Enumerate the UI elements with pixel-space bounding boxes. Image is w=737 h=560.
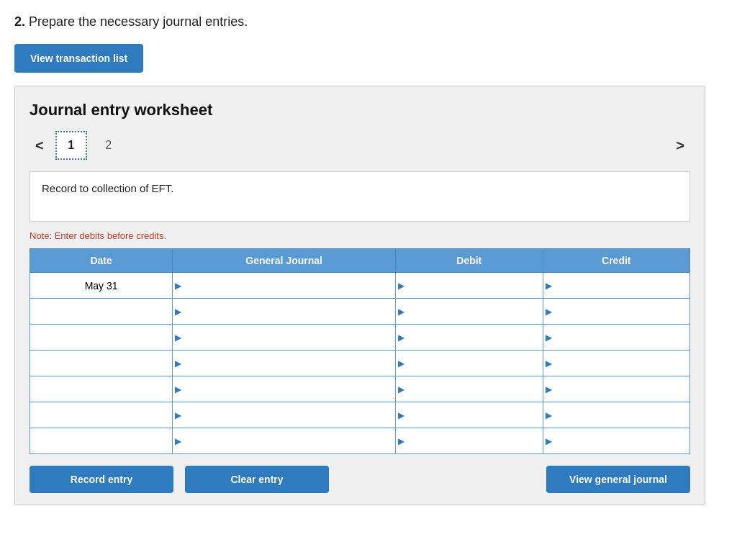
description-text: Record to collection of EFT. bbox=[42, 182, 173, 194]
credit-cell-6[interactable]: ▶ bbox=[543, 428, 689, 454]
description-box: Record to collection of EFT. bbox=[30, 171, 690, 222]
credit-input-2[interactable] bbox=[546, 325, 687, 350]
table-row: ▶▶▶ bbox=[30, 376, 690, 402]
journal-arrow-icon-3: ▶ bbox=[175, 358, 181, 369]
table-row: ▶▶▶ bbox=[30, 351, 690, 376]
journal-input-1[interactable] bbox=[176, 299, 392, 324]
date-cell-6[interactable] bbox=[30, 428, 173, 454]
debit-input-6[interactable] bbox=[399, 428, 539, 453]
debit-arrow-icon-4: ▶ bbox=[398, 384, 404, 394]
date-cell-0[interactable] bbox=[30, 273, 173, 299]
credit-input-6[interactable] bbox=[546, 428, 687, 453]
journal-cell-4[interactable]: ▶ bbox=[173, 376, 396, 402]
journal-arrow-icon-6: ▶ bbox=[175, 436, 181, 446]
debit-cell-1[interactable]: ▶ bbox=[396, 299, 543, 325]
journal-arrow-icon-5: ▶ bbox=[175, 410, 181, 420]
date-input-0[interactable] bbox=[33, 273, 169, 298]
date-input-4[interactable] bbox=[33, 376, 169, 402]
credit-input-1[interactable] bbox=[546, 299, 687, 324]
page-heading: 2. Prepare the necessary journal entries… bbox=[14, 14, 723, 30]
debit-cell-2[interactable]: ▶ bbox=[396, 325, 543, 351]
col-header-general-journal: General Journal bbox=[173, 249, 396, 273]
debit-cell-5[interactable]: ▶ bbox=[396, 402, 543, 428]
col-header-credit: Credit bbox=[543, 249, 689, 273]
col-header-debit: Debit bbox=[396, 249, 543, 273]
credit-input-0[interactable] bbox=[546, 273, 687, 298]
debit-input-3[interactable] bbox=[399, 351, 539, 376]
date-cell-1[interactable] bbox=[30, 299, 173, 325]
credit-arrow-icon-1: ▶ bbox=[546, 307, 552, 317]
date-input-1[interactable] bbox=[33, 299, 169, 324]
heading-number: 2. bbox=[14, 14, 25, 29]
journal-input-5[interactable] bbox=[176, 402, 392, 428]
journal-cell-6[interactable]: ▶ bbox=[173, 428, 396, 454]
credit-arrow-icon-0: ▶ bbox=[546, 281, 552, 291]
prev-tab-button[interactable]: < bbox=[30, 135, 50, 157]
journal-cell-5[interactable]: ▶ bbox=[173, 402, 396, 428]
date-input-6[interactable] bbox=[33, 428, 169, 453]
journal-input-2[interactable] bbox=[176, 325, 392, 350]
heading-text: Prepare the necessary journal entries. bbox=[29, 14, 248, 29]
debit-input-4[interactable] bbox=[399, 376, 539, 402]
date-input-3[interactable] bbox=[33, 351, 169, 376]
credit-input-5[interactable] bbox=[546, 402, 687, 428]
debit-cell-6[interactable]: ▶ bbox=[396, 428, 543, 454]
debit-input-0[interactable] bbox=[399, 273, 539, 298]
journal-cell-3[interactable]: ▶ bbox=[173, 351, 396, 376]
record-entry-button[interactable]: Record entry bbox=[30, 466, 173, 493]
table-row: ▶▶▶ bbox=[30, 273, 690, 299]
view-general-journal-button[interactable]: View general journal bbox=[546, 466, 690, 493]
journal-cell-1[interactable]: ▶ bbox=[173, 299, 396, 325]
debit-arrow-icon-3: ▶ bbox=[398, 358, 404, 369]
credit-input-3[interactable] bbox=[546, 351, 687, 376]
credit-arrow-icon-5: ▶ bbox=[546, 410, 552, 420]
view-transaction-button[interactable]: View transaction list bbox=[14, 44, 143, 73]
debit-input-5[interactable] bbox=[399, 402, 539, 428]
credit-cell-4[interactable]: ▶ bbox=[543, 376, 689, 402]
date-cell-3[interactable] bbox=[30, 351, 173, 376]
tab-navigation: < 1 2 > bbox=[30, 131, 690, 160]
credit-cell-5[interactable]: ▶ bbox=[543, 402, 689, 428]
credit-cell-2[interactable]: ▶ bbox=[543, 325, 689, 351]
debit-arrow-icon-6: ▶ bbox=[398, 436, 404, 446]
date-input-2[interactable] bbox=[33, 325, 169, 350]
next-tab-button[interactable]: > bbox=[670, 135, 690, 157]
table-row: ▶▶▶ bbox=[30, 402, 690, 428]
date-input-5[interactable] bbox=[33, 402, 169, 428]
debit-arrow-icon-0: ▶ bbox=[398, 281, 404, 291]
debit-cell-3[interactable]: ▶ bbox=[396, 351, 543, 376]
bottom-buttons: Record entry Clear entry View general jo… bbox=[30, 454, 690, 505]
credit-cell-3[interactable]: ▶ bbox=[543, 351, 689, 376]
date-cell-4[interactable] bbox=[30, 376, 173, 402]
debit-cell-0[interactable]: ▶ bbox=[396, 273, 543, 299]
credit-cell-1[interactable]: ▶ bbox=[543, 299, 689, 325]
journal-cell-0[interactable]: ▶ bbox=[173, 273, 396, 299]
credit-arrow-icon-4: ▶ bbox=[546, 384, 552, 394]
journal-input-0[interactable] bbox=[176, 273, 392, 298]
worksheet-title: Journal entry worksheet bbox=[30, 101, 690, 119]
credit-input-4[interactable] bbox=[546, 376, 687, 402]
journal-input-6[interactable] bbox=[176, 428, 392, 453]
table-row: ▶▶▶ bbox=[30, 428, 690, 454]
debit-cell-4[interactable]: ▶ bbox=[396, 376, 543, 402]
debit-input-1[interactable] bbox=[399, 299, 539, 324]
journal-arrow-icon-4: ▶ bbox=[175, 384, 181, 394]
note-text: Note: Enter debits before credits. bbox=[30, 230, 690, 241]
clear-entry-button[interactable]: Clear entry bbox=[185, 466, 329, 493]
tab-1[interactable]: 1 bbox=[55, 131, 87, 160]
credit-arrow-icon-6: ▶ bbox=[546, 436, 552, 446]
journal-table: Date General Journal Debit Credit ▶▶▶▶▶▶… bbox=[30, 248, 690, 454]
credit-cell-0[interactable]: ▶ bbox=[543, 273, 689, 299]
journal-cell-2[interactable]: ▶ bbox=[173, 325, 396, 351]
debit-arrow-icon-5: ▶ bbox=[398, 410, 404, 420]
tab-2[interactable]: 2 bbox=[93, 131, 125, 160]
journal-input-4[interactable] bbox=[176, 376, 392, 402]
col-header-date: Date bbox=[30, 249, 173, 273]
date-cell-2[interactable] bbox=[30, 325, 173, 351]
debit-arrow-icon-1: ▶ bbox=[398, 307, 404, 317]
date-cell-5[interactable] bbox=[30, 402, 173, 428]
table-row: ▶▶▶ bbox=[30, 325, 690, 351]
debit-input-2[interactable] bbox=[399, 325, 539, 350]
journal-input-3[interactable] bbox=[176, 351, 392, 376]
debit-arrow-icon-2: ▶ bbox=[398, 333, 404, 343]
